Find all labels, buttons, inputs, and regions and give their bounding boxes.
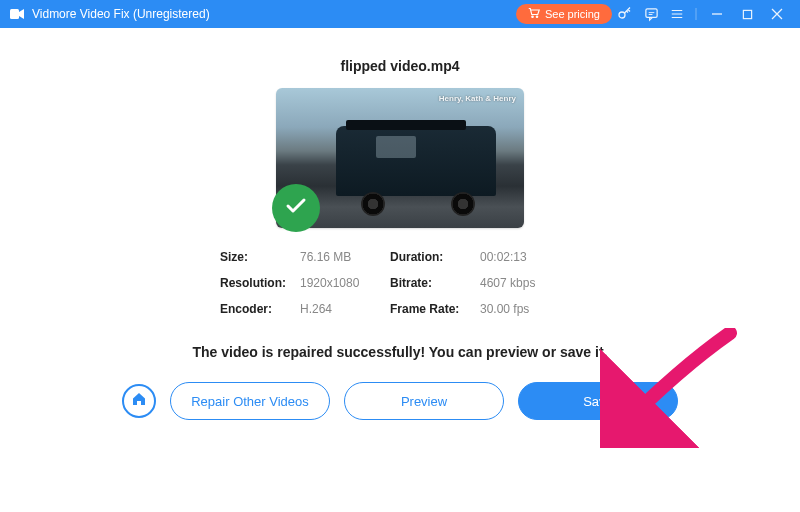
svg-rect-6 — [743, 10, 751, 18]
thumb-detail — [376, 136, 416, 158]
app-logo-icon — [8, 5, 26, 23]
divider — [690, 0, 702, 28]
size-label: Size: — [220, 250, 300, 264]
menu-icon[interactable] — [664, 0, 690, 28]
key-icon[interactable] — [612, 0, 638, 28]
framerate-value: 30.00 fps — [480, 302, 570, 316]
home-button[interactable] — [122, 384, 156, 418]
thumb-detail — [361, 192, 385, 216]
check-icon — [284, 194, 308, 222]
filename: flipped video.mp4 — [0, 58, 800, 74]
main-content: flipped video.mp4 Henry, Kath & Henry Si… — [0, 28, 800, 420]
resolution-label: Resolution: — [220, 276, 300, 290]
svg-point-1 — [532, 16, 534, 18]
close-button[interactable] — [762, 0, 792, 28]
svg-point-3 — [619, 12, 625, 18]
preview-button[interactable]: Preview — [344, 382, 504, 420]
svg-rect-0 — [10, 9, 19, 19]
video-thumbnail-container: Henry, Kath & Henry — [276, 88, 524, 228]
action-row: Repair Other Videos Preview Save — [0, 382, 800, 420]
watermark-text: Henry, Kath & Henry — [439, 94, 516, 103]
status-message: The video is repaired successfully! You … — [0, 344, 800, 360]
encoder-value: H.264 — [300, 302, 390, 316]
cart-icon — [528, 7, 540, 21]
bitrate-value: 4607 kbps — [480, 276, 570, 290]
svg-point-2 — [536, 16, 538, 18]
minimize-button[interactable] — [702, 0, 732, 28]
maximize-button[interactable] — [732, 0, 762, 28]
bitrate-label: Bitrate: — [390, 276, 480, 290]
app-title: Vidmore Video Fix (Unregistered) — [32, 7, 210, 21]
duration-label: Duration: — [390, 250, 480, 264]
duration-value: 00:02:13 — [480, 250, 570, 264]
success-badge — [272, 184, 320, 232]
resolution-value: 1920x1080 — [300, 276, 390, 290]
feedback-icon[interactable] — [638, 0, 664, 28]
pricing-label: See pricing — [545, 8, 600, 20]
see-pricing-button[interactable]: See pricing — [516, 4, 612, 24]
home-icon — [131, 391, 147, 411]
thumb-detail — [451, 192, 475, 216]
encoder-label: Encoder: — [220, 302, 300, 316]
save-button[interactable]: Save — [518, 382, 678, 420]
framerate-label: Frame Rate: — [390, 302, 480, 316]
titlebar: Vidmore Video Fix (Unregistered) See pri… — [0, 0, 800, 28]
video-info-grid: Size: 76.16 MB Duration: 00:02:13 Resolu… — [220, 250, 580, 316]
repair-other-videos-button[interactable]: Repair Other Videos — [170, 382, 330, 420]
size-value: 76.16 MB — [300, 250, 390, 264]
